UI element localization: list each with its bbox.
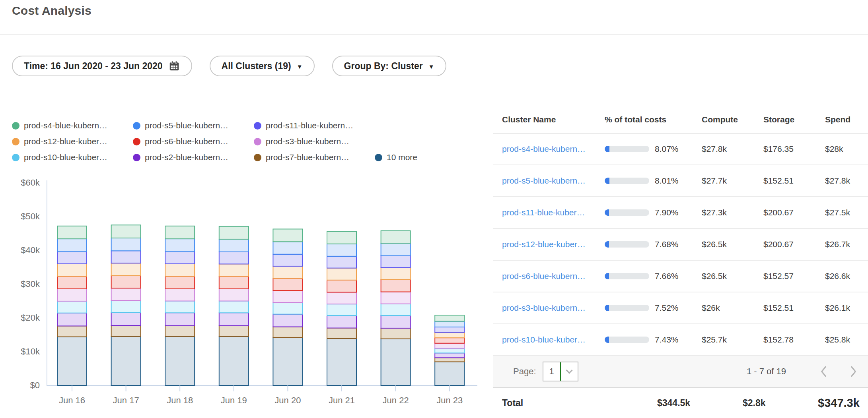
pct-progress-track [605, 178, 649, 184]
next-page-button[interactable] [848, 365, 858, 378]
cluster-cost-table: Cluster Name % of total costs Compute St… [493, 106, 868, 418]
storage-cost-cell: $152.51 [760, 176, 821, 186]
column-header-spend: Spend [821, 115, 868, 124]
svg-text:Jun 20: Jun 20 [274, 395, 301, 405]
pct-progress-track [605, 146, 649, 152]
pct-progress-track [605, 273, 649, 279]
series-color-dot [133, 138, 140, 145]
page-range-label: 1 - 7 of 19 [747, 366, 786, 377]
cluster-name-link[interactable]: prod-s6-blue-kubern… [502, 271, 586, 281]
page-label: Page: [513, 366, 536, 377]
svg-text:$60k: $60k [21, 178, 40, 188]
group-by-label: Group By: Cluster [344, 61, 423, 72]
spend-cell: $28k [821, 144, 868, 154]
legend-item[interactable]: prod-s12-blue-kuber… [12, 134, 133, 149]
spend-cell: $26.7k [821, 240, 868, 249]
legend-item[interactable]: prod-s5-blue-kubern… [133, 118, 254, 134]
table-body: prod-s4-blue-kubern… 8.07% $27.8k $176.3… [493, 134, 868, 356]
pct-progress-fill [605, 209, 609, 216]
time-range-filter[interactable]: Time: 16 Jun 2020 - 23 Jun 2020 [12, 56, 192, 76]
series-color-dot [133, 122, 140, 130]
legend-item[interactable]: prod-s10-blue-kuber… [12, 149, 133, 165]
series-color-dot [12, 154, 19, 161]
legend-item[interactable]: prod-s7-blue-kubern… [254, 149, 375, 165]
cluster-name-link[interactable]: prod-s4-blue-kubern… [502, 144, 586, 153]
storage-cost-cell: $152.57 [760, 271, 821, 281]
cluster-name-link[interactable]: prod-s3-blue-kubern… [502, 303, 586, 312]
svg-text:Jun 17: Jun 17 [113, 395, 139, 405]
storage-cost-cell: $200.67 [760, 208, 821, 217]
svg-text:$10k: $10k [21, 346, 40, 356]
pct-progress-track [605, 305, 649, 311]
cluster-name-link[interactable]: prod-s10-blue-kuber… [502, 335, 586, 344]
total-storage-value: $2.8k [743, 398, 766, 408]
storage-cost-cell: $200.67 [760, 240, 821, 249]
table-header-row: Cluster Name % of total costs Compute St… [493, 106, 868, 134]
pct-value: 7.90% [655, 208, 679, 217]
svg-text:Jun 19: Jun 19 [221, 395, 247, 405]
series-color-dot [254, 122, 261, 130]
chevron-down-icon [561, 362, 578, 381]
svg-text:$30k: $30k [21, 279, 40, 289]
column-header-pct-of-total: % of total costs [605, 115, 696, 124]
group-by-dropdown[interactable]: Group By: Cluster ▼ [332, 56, 446, 76]
spend-cell: $25.8k [821, 335, 868, 344]
prev-page-button[interactable] [819, 365, 829, 378]
pct-progress-fill [605, 337, 609, 343]
time-range-label: Time: 16 Jun 2020 - 23 Jun 2020 [24, 61, 163, 72]
page-select[interactable]: 1 [543, 362, 578, 381]
legend-item[interactable]: prod-s4-blue-kubern… [12, 118, 133, 134]
pct-progress-fill [605, 273, 609, 279]
svg-text:Jun 23: Jun 23 [436, 395, 463, 405]
legend-item[interactable]: prod-s2-blue-kubern… [133, 149, 254, 165]
pct-value: 7.66% [655, 271, 679, 281]
column-header-cluster-name: Cluster Name [493, 115, 605, 124]
table-row: prod-s12-blue-kuber… 7.68% $26.5k $200.6… [493, 229, 868, 261]
storage-cost-cell: $152.78 [760, 335, 821, 344]
calendar-icon [168, 60, 180, 72]
chevron-down-icon: ▼ [428, 63, 434, 70]
pct-progress-fill [605, 305, 609, 311]
svg-text:Jun 18: Jun 18 [167, 395, 193, 405]
pct-progress-track [605, 337, 649, 343]
clusters-filter-label: All Clusters (19) [222, 61, 291, 72]
current-page-value: 1 [543, 362, 560, 381]
cluster-name-link[interactable]: prod-s11-blue-kuber… [502, 208, 585, 217]
spend-cell: $27.5k [821, 208, 868, 217]
svg-text:Jun 22: Jun 22 [383, 395, 409, 405]
series-color-dot [254, 154, 261, 161]
table-row: prod-s10-blue-kuber… 7.43% $25.7k $152.7… [493, 324, 868, 356]
legend-item-label: prod-s3-blue-kubern… [266, 137, 349, 146]
legend-item-label: prod-s5-blue-kubern… [145, 121, 228, 130]
svg-text:$40k: $40k [21, 245, 40, 255]
spend-cell: $26.1k [821, 303, 868, 313]
series-color-dot [254, 138, 261, 145]
svg-text:$0: $0 [30, 380, 40, 390]
compute-cost-cell: $26.5k [696, 240, 760, 249]
legend-item[interactable]: prod-s6-blue-kubern… [133, 134, 254, 149]
chevron-down-icon: ▼ [297, 63, 303, 70]
clusters-filter-dropdown[interactable]: All Clusters (19) ▼ [210, 56, 315, 76]
pct-value: 8.01% [655, 176, 679, 186]
legend-item[interactable]: prod-s11-blue-kubern… [254, 118, 375, 134]
table-row: prod-s3-blue-kubern… 7.52% $26k $152.51 … [493, 292, 868, 324]
cluster-name-link[interactable]: prod-s5-blue-kubern… [502, 176, 586, 185]
table-row: prod-s11-blue-kuber… 7.90% $27.3k $200.6… [493, 197, 868, 229]
legend-item[interactable]: prod-s3-blue-kubern… [254, 134, 375, 149]
compute-cost-cell: $26.5k [696, 271, 760, 281]
series-color-dot [12, 138, 19, 145]
table-row: prod-s4-blue-kubern… 8.07% $27.8k $176.3… [493, 134, 868, 165]
storage-cost-cell: $152.51 [760, 303, 821, 313]
cluster-name-link[interactable]: prod-s12-blue-kuber… [502, 240, 586, 249]
column-header-storage: Storage [760, 115, 821, 124]
pct-value: 7.68% [655, 240, 679, 249]
compute-cost-cell: $25.7k [696, 335, 760, 344]
pct-progress-fill [605, 241, 609, 248]
legend-item-label: prod-s6-blue-kubern… [145, 137, 228, 146]
column-header-compute: Compute [696, 115, 760, 124]
legend-item-label: prod-s2-blue-kubern… [145, 153, 228, 162]
spend-cell: $26.6k [821, 271, 868, 281]
compute-cost-cell: $27.3k [696, 208, 760, 217]
legend-item[interactable]: 10 more [375, 149, 417, 165]
compute-cost-cell: $26k [696, 303, 760, 313]
